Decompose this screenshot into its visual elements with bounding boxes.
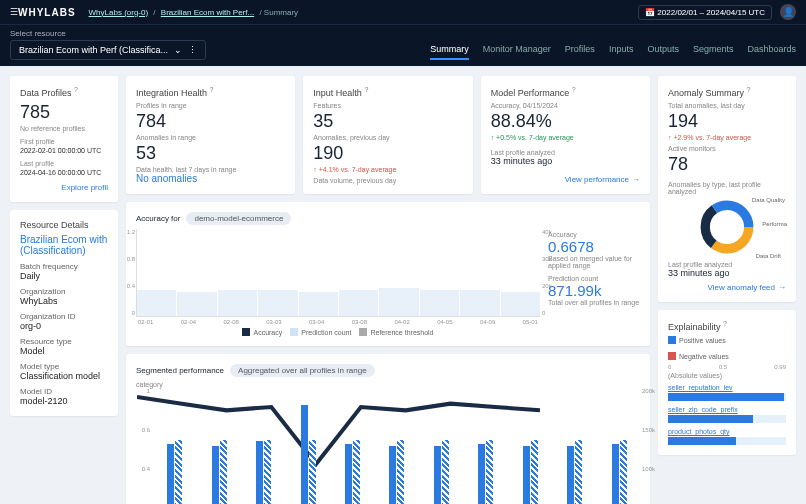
view-anomaly-link[interactable]: View anomaly feed → — [708, 283, 786, 292]
crumb-model[interactable]: Brazilian Ecom with Perf... — [161, 8, 254, 17]
segmented-chart[interactable]: 10.60.40 200k150k100k0 — [136, 388, 640, 504]
explain-feature[interactable]: seller_reputation_lev — [668, 384, 786, 391]
explainability-card: Explainability ? Positive valuesNegative… — [658, 310, 796, 455]
resource-name-link[interactable]: Brazilian Ecom with (Classification) — [20, 234, 108, 256]
chevron-down-icon: ⌄ — [174, 45, 182, 55]
integration-card: Integration Health ? Profiles in range 7… — [126, 76, 295, 194]
crumb-org[interactable]: WhyLabs (org-0) — [89, 8, 149, 17]
explore-profiles-link[interactable]: Explore profil — [61, 183, 108, 192]
tab-dashboards[interactable]: Dashboards — [747, 44, 796, 60]
nav-tabs: SummaryMonitor ManagerProfilesInputsOutp… — [430, 44, 796, 60]
accuracy-chart[interactable]: 1.20.80.40 40k30k20k0 — [136, 229, 540, 317]
select-label: Select resource — [10, 29, 206, 38]
view-performance-link[interactable]: View performance → — [565, 175, 640, 184]
anomaly-donut[interactable]: Data Quality Performa Data Drift — [699, 199, 755, 255]
data-profiles-card: Data Profiles ? 785 No reference profile… — [10, 76, 118, 202]
avatar[interactable]: 👤 — [780, 4, 796, 20]
date-range-picker[interactable]: 📅 2022/02/01 – 2024/04/15 UTC — [638, 5, 772, 20]
menu-icon[interactable]: ☰ — [10, 7, 18, 17]
tab-segments[interactable]: Segments — [693, 44, 734, 60]
explain-feature[interactable]: seller_zip_code_prefix — [668, 406, 786, 413]
tab-outputs[interactable]: Outputs — [647, 44, 679, 60]
tab-inputs[interactable]: Inputs — [609, 44, 634, 60]
tab-summary[interactable]: Summary — [430, 44, 469, 60]
resource-details-card: Resource Details Brazilian Ecom with (Cl… — [10, 210, 118, 416]
input-health-card: Input Health ? Features 35 Anomalies, pr… — [303, 76, 472, 194]
resource-select[interactable]: Brazilian Ecom with Perf (Classifica...⌄… — [10, 40, 206, 60]
anomaly-card: Anomaly Summary ? Total anomalies, last … — [658, 76, 796, 302]
subbar: Select resource Brazilian Ecom with Perf… — [0, 24, 806, 66]
model-pill[interactable]: demo-model-ecommerce — [186, 212, 291, 225]
no-anomalies-link[interactable]: No anomalies — [136, 173, 197, 184]
logo: WHYLABS — [18, 7, 76, 18]
tab-profiles[interactable]: Profiles — [565, 44, 595, 60]
model-perf-card: Model Performance ? Accuracy, 04/15/2024… — [481, 76, 650, 194]
data-profiles-value: 785 — [20, 102, 108, 123]
tab-monitor-manager[interactable]: Monitor Manager — [483, 44, 551, 60]
breadcrumb: WhyLabs (org-0) / Brazilian Ecom with Pe… — [86, 8, 299, 17]
topbar: ☰ WHYLABS WhyLabs (org-0) / Brazilian Ec… — [0, 0, 806, 24]
crumb-page: Summary — [264, 8, 298, 17]
accuracy-chart-card: Accuracy fordemo-model-ecommerce 1.20.80… — [126, 202, 650, 346]
explain-feature[interactable]: product_photos_qty — [668, 428, 786, 435]
